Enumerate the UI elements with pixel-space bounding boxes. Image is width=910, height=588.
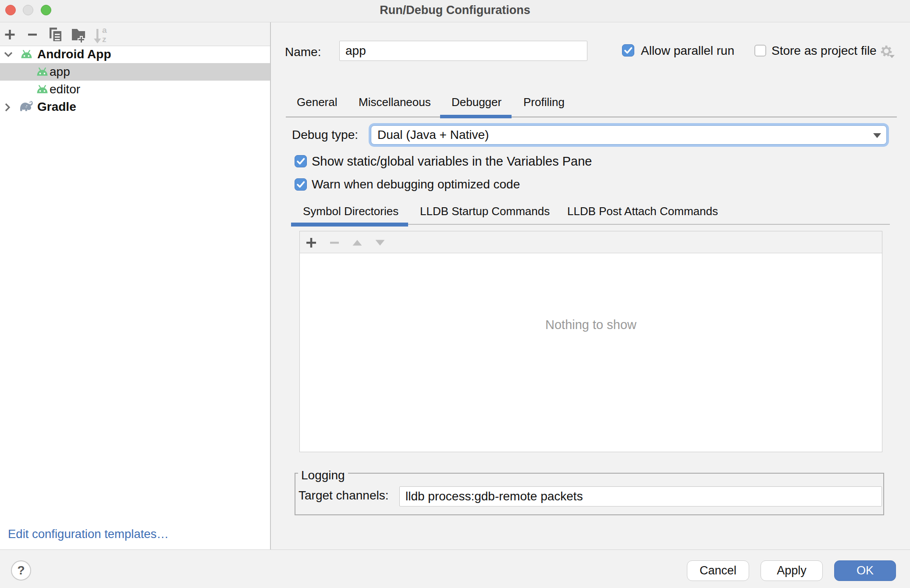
svg-text:a: a xyxy=(102,25,107,35)
svg-text:z: z xyxy=(102,35,107,44)
